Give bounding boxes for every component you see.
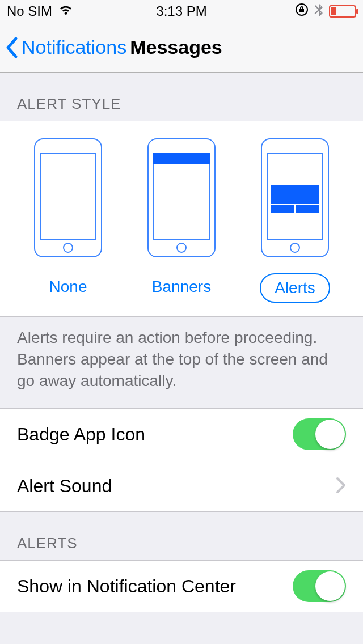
badge-app-icon-label: Badge App Icon bbox=[17, 424, 145, 445]
badge-app-icon-toggle[interactable] bbox=[293, 418, 346, 450]
alert-style-banners-label: Banners bbox=[138, 273, 225, 300]
alert-style-banners[interactable]: Banners bbox=[130, 138, 233, 303]
orientation-lock-icon bbox=[295, 3, 309, 20]
phone-alerts-icon bbox=[261, 138, 329, 257]
status-bar: No SIM 3:13 PM bbox=[0, 0, 363, 23]
alert-style-none-label: None bbox=[36, 273, 101, 300]
section-header-alerts: ALERTS bbox=[0, 512, 363, 560]
row-alert-sound[interactable]: Alert Sound bbox=[0, 460, 363, 511]
phone-none-icon bbox=[34, 138, 102, 257]
alert-style-group: None Banners Alerts bbox=[0, 121, 363, 317]
alert-sound-label: Alert Sound bbox=[17, 476, 112, 497]
chevron-right-icon bbox=[336, 473, 346, 499]
alert-style-alerts-label: Alerts bbox=[260, 273, 330, 303]
alert-style-footer: Alerts require an action before proceedi… bbox=[0, 317, 363, 408]
carrier-text: No SIM bbox=[7, 3, 52, 19]
alert-style-alerts[interactable]: Alerts bbox=[244, 138, 346, 303]
page-title: Messages bbox=[130, 36, 222, 58]
settings-group-1: Badge App Icon Alert Sound bbox=[0, 408, 363, 512]
alerts-group: Show in Notification Center bbox=[0, 560, 363, 612]
phone-banners-icon bbox=[147, 138, 216, 257]
nav-bar: Notifications Messages bbox=[0, 23, 363, 73]
bluetooth-icon bbox=[314, 2, 323, 20]
clock-text: 3:13 PM bbox=[156, 3, 206, 19]
back-button[interactable]: Notifications bbox=[5, 36, 126, 59]
show-in-nc-label: Show in Notification Center bbox=[17, 576, 236, 597]
show-in-nc-toggle[interactable] bbox=[293, 570, 346, 602]
back-label: Notifications bbox=[22, 36, 126, 58]
row-show-in-notification-center: Show in Notification Center bbox=[0, 561, 363, 612]
row-badge-app-icon: Badge App Icon bbox=[0, 409, 363, 460]
section-header-alert-style: ALERT STYLE bbox=[0, 73, 363, 121]
battery-icon bbox=[329, 5, 356, 18]
wifi-icon bbox=[58, 3, 74, 19]
alert-style-none[interactable]: None bbox=[17, 138, 119, 303]
